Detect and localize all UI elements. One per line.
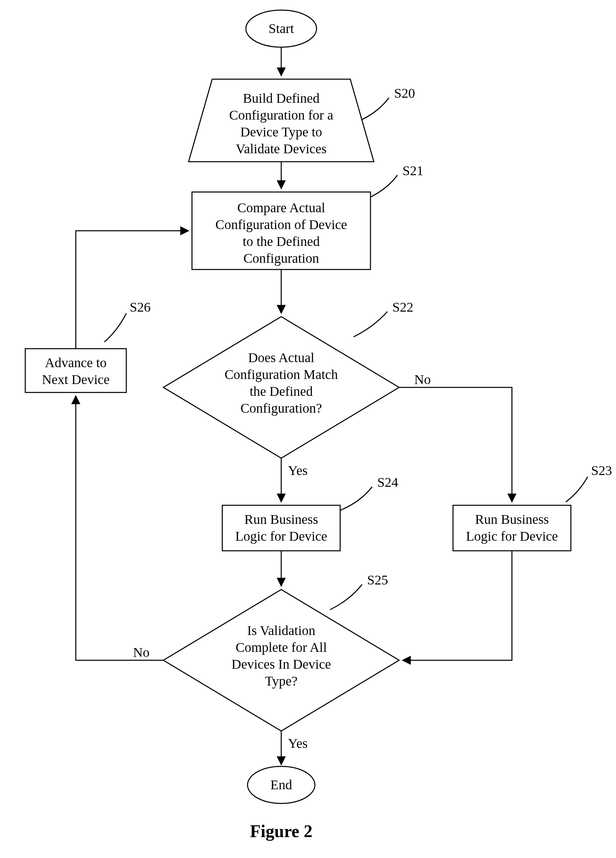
s25-leader: [330, 584, 362, 610]
s22-line4: Configuration?: [241, 401, 322, 416]
s25-yes-label: Yes: [288, 736, 307, 751]
s20-leader: [362, 98, 389, 120]
s24-line2: Logic for Device: [235, 528, 327, 544]
s22-no-label: No: [414, 372, 431, 387]
s22-line1: Does Actual: [248, 350, 315, 365]
s20-line1: Build Defined: [243, 91, 320, 106]
s21-line3: to the Defined: [243, 234, 320, 249]
s21-line2: Configuration of Device: [216, 217, 347, 232]
start-text: Start: [268, 21, 294, 36]
s20-label: S20: [394, 85, 415, 101]
s25-line2: Complete for All: [236, 640, 327, 655]
s22-label: S22: [393, 300, 413, 315]
end-node: End: [248, 766, 315, 804]
s23-line2: Logic for Device: [466, 528, 558, 544]
s26-node: Advance to Next Device: [25, 349, 126, 392]
s26-leader: [104, 313, 126, 342]
s25-label: S25: [367, 572, 388, 588]
s20-line2: Configuration for a: [230, 107, 334, 123]
edge-s26-s21: [76, 231, 189, 349]
s22-line2: Configuration Match: [225, 367, 338, 382]
s26-line1: Advance to: [45, 355, 106, 370]
s25-node: Is Validation Complete for All Devices I…: [163, 589, 399, 731]
s22-leader: [354, 312, 387, 337]
s20-line4: Validate Devices: [236, 141, 327, 156]
flowchart: Start Build Defined Configuration for a …: [0, 0, 616, 858]
s22-node: Does Actual Configuration Match the Defi…: [163, 317, 399, 458]
edge-s22-no: [399, 387, 512, 502]
s21-label: S21: [402, 163, 424, 178]
s24-leader: [340, 487, 372, 510]
s25-line3: Devices In Device: [231, 657, 331, 672]
s22-yes-label: Yes: [288, 463, 307, 478]
s24-node: Run Business Logic for Device: [222, 505, 340, 551]
start-node: Start: [246, 10, 317, 47]
figure-caption: Figure 2: [250, 822, 312, 841]
s24-label: S24: [377, 475, 398, 490]
s21-line1: Compare Actual: [237, 200, 325, 215]
s26-line2: Next Device: [42, 372, 109, 387]
s23-label: S23: [591, 463, 612, 478]
s21-leader: [371, 175, 397, 197]
s23-leader: [566, 477, 588, 502]
s21-node: Compare Actual Configuration of Device t…: [192, 192, 371, 269]
edge-s25-no: [76, 396, 163, 660]
s22-line3: the Defined: [250, 384, 313, 399]
edge-s23-s25: [402, 551, 512, 660]
s25-line1: Is Validation: [247, 623, 316, 638]
s20-node: Build Defined Configuration for a Device…: [189, 79, 374, 162]
s24-line1: Run Business: [245, 512, 318, 527]
s25-line4: Type?: [265, 673, 297, 689]
s26-label: S26: [130, 300, 151, 315]
s25-no-label: No: [133, 645, 149, 660]
s23-line1: Run Business: [475, 512, 549, 527]
end-text: End: [270, 777, 292, 792]
s23-node: Run Business Logic for Device: [453, 505, 571, 551]
s20-line3: Device Type to: [240, 124, 322, 140]
s21-line4: Configuration: [244, 251, 319, 266]
